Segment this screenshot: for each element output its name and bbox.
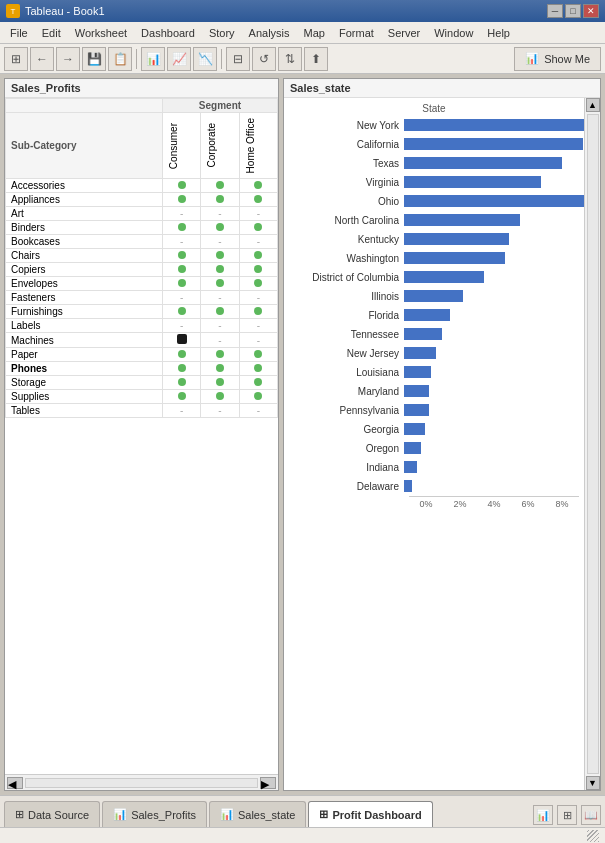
resize-grip[interactable] <box>587 830 599 842</box>
profit-dot-green <box>216 350 224 358</box>
bar-container <box>404 346 579 360</box>
profit-cell <box>239 179 277 193</box>
menu-analysis[interactable]: Analysis <box>243 25 296 41</box>
window-controls[interactable]: ─ □ ✕ <box>547 4 599 18</box>
menu-map[interactable]: Map <box>298 25 331 41</box>
toolbar-copy-btn[interactable]: 📋 <box>108 47 132 71</box>
profit-dot-green <box>254 223 262 231</box>
table-row[interactable]: Labels--- <box>6 319 278 333</box>
scroll-down-btn[interactable]: ▼ <box>586 776 600 790</box>
left-panel-hscrollbar[interactable]: ◀ ▶ <box>5 774 278 790</box>
table-row[interactable]: Binders <box>6 221 278 235</box>
menu-server[interactable]: Server <box>382 25 426 41</box>
scroll-left-btn[interactable]: ◀ <box>7 777 23 789</box>
x-axis: 0% 2% 4% 6% 8% <box>409 496 579 509</box>
menu-story[interactable]: Story <box>203 25 241 41</box>
table-row[interactable]: Chairs <box>6 249 278 263</box>
menu-edit[interactable]: Edit <box>36 25 67 41</box>
menu-help[interactable]: Help <box>481 25 516 41</box>
show-me-button[interactable]: 📊 Show Me <box>514 47 601 71</box>
profit-cell <box>162 305 200 319</box>
bar-fill <box>404 442 421 454</box>
toolbar: ⊞ ← → 💾 📋 📊 📈 📉 ⊟ ↺ ⇅ ⬆ 📊 Show Me <box>0 44 605 74</box>
profit-dot-green <box>254 350 262 358</box>
subcategory-name: Fasteners <box>6 291 163 305</box>
tab-bar: ⊞ Data Source 📊 Sales_Profits 📊 Sales_st… <box>0 795 605 827</box>
x-tick-2: 2% <box>443 499 477 509</box>
toolbar-refresh-btn[interactable]: ↺ <box>252 47 276 71</box>
table-row[interactable]: Machines-- <box>6 333 278 348</box>
toolbar-back-btn[interactable]: ← <box>30 47 54 71</box>
profit-dash: - <box>180 405 183 416</box>
bar-container <box>404 384 579 398</box>
toolbar-save-btn[interactable]: 💾 <box>82 47 106 71</box>
scroll-up-btn[interactable]: ▲ <box>586 98 600 112</box>
toolbar-filter-btn[interactable]: ⊟ <box>226 47 250 71</box>
bar-container <box>404 460 579 474</box>
table-row[interactable]: Storage <box>6 376 278 390</box>
toolbar-grid-btn[interactable]: ⊞ <box>4 47 28 71</box>
scroll-thumb[interactable] <box>25 778 258 788</box>
table-row[interactable]: Tables--- <box>6 404 278 418</box>
bar-container <box>404 365 579 379</box>
profit-cell <box>201 263 239 277</box>
bar-label: Washington <box>289 253 404 264</box>
tab-data-source[interactable]: ⊞ Data Source <box>4 801 100 827</box>
right-scrollbar[interactable]: ▲ ▼ <box>584 98 600 790</box>
profit-cell <box>201 348 239 362</box>
profit-cell <box>162 263 200 277</box>
close-button[interactable]: ✕ <box>583 4 599 18</box>
bar-fill <box>404 138 583 150</box>
profit-cell: - <box>201 404 239 418</box>
menu-dashboard[interactable]: Dashboard <box>135 25 201 41</box>
profit-cell <box>201 277 239 291</box>
table-row[interactable]: Phones <box>6 362 278 376</box>
table-row[interactable]: Bookcases--- <box>6 235 278 249</box>
subcategory-name: Phones <box>6 362 163 376</box>
left-panel-title: Sales_Profits <box>5 79 278 98</box>
maximize-button[interactable]: □ <box>565 4 581 18</box>
table-row[interactable]: Copiers <box>6 263 278 277</box>
table-row[interactable]: Appliances <box>6 193 278 207</box>
scrollbar-track[interactable] <box>587 114 599 774</box>
tab-sales-state[interactable]: 📊 Sales_state <box>209 801 306 827</box>
table-row[interactable]: Furnishings <box>6 305 278 319</box>
tab-new-dashboard-btn[interactable]: ⊞ <box>557 805 577 825</box>
tab-sales-profits[interactable]: 📊 Sales_Profits <box>102 801 207 827</box>
bar-fill <box>404 290 463 302</box>
bar-row: Delaware <box>289 477 579 495</box>
toolbar-chart1-btn[interactable]: 📊 <box>141 47 165 71</box>
table-row[interactable]: Supplies <box>6 390 278 404</box>
profit-dash: - <box>257 320 260 331</box>
table-row[interactable]: Accessories <box>6 179 278 193</box>
toolbar-sort-btn[interactable]: ⇅ <box>278 47 302 71</box>
tab-new-story-btn[interactable]: 📖 <box>581 805 601 825</box>
profit-cell <box>201 179 239 193</box>
toolbar-chart2-btn[interactable]: 📈 <box>167 47 191 71</box>
bar-row: North Carolina <box>289 211 579 229</box>
table-row[interactable]: Fasteners--- <box>6 291 278 305</box>
profit-dot-green <box>216 181 224 189</box>
table-row[interactable]: Paper <box>6 348 278 362</box>
toolbar-chart3-btn[interactable]: 📉 <box>193 47 217 71</box>
tab-profit-dashboard[interactable]: ⊞ Profit Dashboard <box>308 801 432 827</box>
bar-row: Washington <box>289 249 579 267</box>
toolbar-forward-btn[interactable]: → <box>56 47 80 71</box>
minimize-button[interactable]: ─ <box>547 4 563 18</box>
bar-row: Illinois <box>289 287 579 305</box>
menu-file[interactable]: File <box>4 25 34 41</box>
table-row[interactable]: Envelopes <box>6 277 278 291</box>
menu-format[interactable]: Format <box>333 25 380 41</box>
tab-new-sheet-btn[interactable]: 📊 <box>533 805 553 825</box>
table-row[interactable]: Art--- <box>6 207 278 221</box>
app-icon: T <box>6 4 20 18</box>
left-panel-content[interactable]: Segment Sub-Category Consumer Corporate … <box>5 98 278 774</box>
scroll-right-btn[interactable]: ▶ <box>260 777 276 789</box>
menu-worksheet[interactable]: Worksheet <box>69 25 133 41</box>
toolbar-export-btn[interactable]: ⬆ <box>304 47 328 71</box>
x-tick-4: 4% <box>477 499 511 509</box>
menu-window[interactable]: Window <box>428 25 479 41</box>
profit-cell <box>239 305 277 319</box>
main-content: Sales_Profits Segment Sub-Category Consu… <box>0 74 605 795</box>
bar-row: Maryland <box>289 382 579 400</box>
